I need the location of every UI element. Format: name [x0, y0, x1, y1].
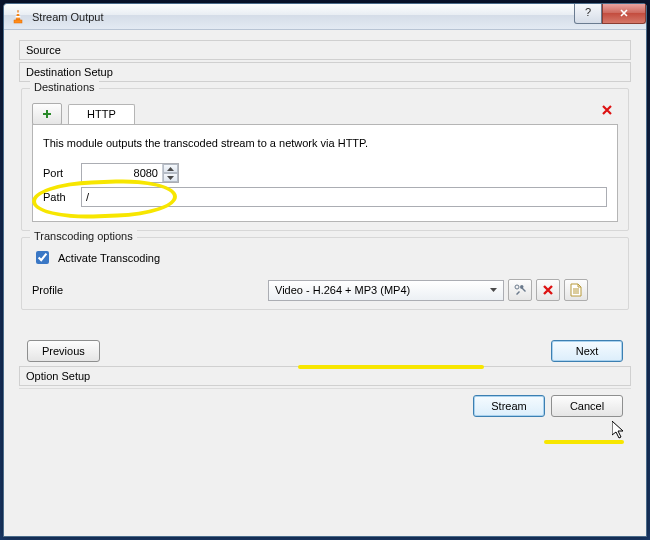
transcoding-group-title: Transcoding options — [30, 230, 137, 242]
chevron-down-icon — [486, 288, 501, 292]
previous-button[interactable]: Previous — [27, 340, 100, 362]
section-option-setup[interactable]: Option Setup — [19, 366, 631, 386]
module-description: This module outputs the transcoded strea… — [43, 137, 607, 149]
window-title: Stream Output — [32, 11, 574, 23]
port-spinbox[interactable] — [81, 163, 179, 183]
http-panel: This module outputs the transcoded strea… — [32, 124, 618, 222]
remove-destination-button[interactable] — [598, 101, 616, 119]
profile-label: Profile — [32, 284, 264, 296]
profile-value: Video - H.264 + MP3 (MP4) — [275, 284, 410, 296]
tools-icon — [513, 283, 527, 297]
activate-transcoding-checkbox[interactable]: Activate Transcoding — [32, 248, 618, 267]
section-destination-setup[interactable]: Destination Setup — [19, 62, 631, 82]
section-source[interactable]: Source — [19, 40, 631, 60]
close-button[interactable] — [602, 4, 646, 24]
path-label: Path — [43, 191, 81, 203]
port-step-down[interactable] — [163, 173, 178, 182]
client-area: Source Destination Setup Destinations HT… — [11, 34, 639, 529]
new-file-icon — [570, 283, 582, 297]
window-controls: ? — [574, 4, 646, 24]
profile-combobox[interactable]: Video - H.264 + MP3 (MP4) — [268, 280, 504, 301]
svg-rect-2 — [16, 16, 21, 18]
annotation-next-underline — [544, 440, 624, 444]
transcoding-group: Transcoding options Activate Transcoding… — [21, 237, 629, 310]
svg-rect-1 — [16, 12, 20, 13]
activate-transcoding-label: Activate Transcoding — [58, 252, 160, 264]
delete-profile-button[interactable] — [536, 279, 560, 301]
cancel-button[interactable]: Cancel — [551, 395, 623, 417]
delete-x-icon — [542, 284, 554, 296]
port-step-up[interactable] — [163, 164, 178, 173]
title-bar[interactable]: Stream Output ? — [4, 4, 646, 30]
activate-transcoding-input[interactable] — [36, 251, 49, 264]
svg-point-4 — [515, 285, 519, 289]
annotation-profile-underline — [298, 365, 484, 369]
next-button[interactable]: Next — [551, 340, 623, 362]
help-button[interactable]: ? — [574, 4, 602, 24]
destinations-group-title: Destinations — [30, 81, 99, 93]
new-profile-button[interactable] — [564, 279, 588, 301]
plus-icon — [41, 108, 53, 120]
tab-http[interactable]: HTTP — [68, 104, 135, 126]
svg-text:?: ? — [585, 8, 591, 18]
stream-button[interactable]: Stream — [473, 395, 545, 417]
dialog-window: Stream Output ? Source Destination Setup… — [3, 3, 647, 537]
add-destination-button[interactable] — [32, 103, 62, 125]
port-input[interactable] — [82, 164, 162, 182]
port-label: Port — [43, 167, 81, 179]
svg-rect-0 — [14, 20, 22, 23]
edit-profile-button[interactable] — [508, 279, 532, 301]
path-input[interactable] — [81, 187, 607, 207]
vlc-icon — [10, 9, 26, 25]
destinations-group: Destinations HTTP This module outputs th… — [21, 88, 629, 231]
close-x-icon — [600, 103, 614, 117]
destination-tabs: HTTP — [32, 99, 618, 125]
